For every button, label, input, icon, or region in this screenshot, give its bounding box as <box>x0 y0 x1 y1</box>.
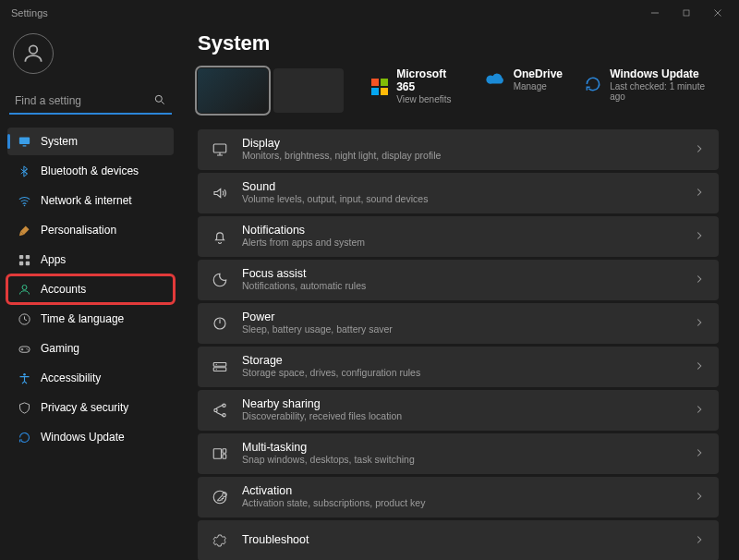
chevron-right-icon <box>693 359 706 375</box>
row-subtitle: Discoverability, received files location <box>242 411 680 422</box>
row-subtitle: Notifications, automatic rules <box>242 281 680 292</box>
troubleshoot-icon <box>211 532 229 549</box>
hero-link-microsoft-[interactable]: Microsoft 365View benefits <box>370 68 466 104</box>
row-title: Storage <box>242 355 680 368</box>
row-subtitle: Monitors, brightness, night light, displ… <box>242 151 680 162</box>
sidebar-item-network-internet[interactable]: Network & internet <box>7 187 174 214</box>
sidebar-item-accounts[interactable]: Accounts <box>7 275 174 303</box>
bell-icon <box>211 228 229 245</box>
update-icon <box>17 431 31 444</box>
settings-row-power[interactable]: PowerSleep, battery usage, battery saver <box>198 303 719 344</box>
row-title: Activation <box>242 485 680 498</box>
row-title: Nearby sharing <box>242 398 680 411</box>
hero-link-sub: Last checked: 1 minute ago <box>610 81 719 103</box>
focus-icon <box>211 272 229 288</box>
page-title: System <box>198 31 719 55</box>
sidebar-item-windows-update[interactable]: Windows Update <box>7 423 174 451</box>
row-subtitle: Sleep, battery usage, battery saver <box>242 324 680 335</box>
share-icon <box>211 402 229 419</box>
onedrive-icon <box>486 68 506 91</box>
person-icon <box>17 283 31 297</box>
row-title: Troubleshoot <box>242 534 680 547</box>
search-input[interactable] <box>15 94 153 107</box>
minimize-button[interactable] <box>639 0 671 26</box>
chevron-right-icon <box>693 490 706 505</box>
row-title: Multi-tasking <box>242 442 680 455</box>
hero-row: Microsoft 365View benefitsOneDriveManage… <box>198 68 719 113</box>
brush-icon <box>17 224 31 237</box>
row-title: Power <box>242 311 680 324</box>
chevron-right-icon <box>693 533 706 549</box>
sound-icon <box>211 185 229 201</box>
search-icon <box>153 93 166 109</box>
chevron-right-icon <box>693 229 706 245</box>
sidebar-item-bluetooth-devices[interactable]: Bluetooth & devices <box>7 157 174 185</box>
settings-row-focus-assist[interactable]: Focus assistNotifications, automatic rul… <box>198 260 719 300</box>
row-subtitle: Activation state, subscriptions, product… <box>242 498 680 509</box>
settings-row-storage[interactable]: StorageStorage space, drives, configurat… <box>198 347 719 387</box>
desktop-preview[interactable] <box>273 68 344 113</box>
settings-row-nearby-sharing[interactable]: Nearby sharingDiscoverability, received … <box>198 390 719 431</box>
row-subtitle: Volume levels, output, input, sound devi… <box>242 194 680 205</box>
settings-row-multi-tasking[interactable]: Multi-taskingSnap windows, desktops, tas… <box>198 433 719 474</box>
sidebar-item-label: Windows Update <box>41 431 125 444</box>
maximize-button[interactable] <box>671 0 702 26</box>
sidebar-item-label: Accounts <box>41 283 86 296</box>
sidebar-item-system[interactable]: System <box>7 128 174 155</box>
sidebar-item-label: Personalisation <box>41 224 116 237</box>
chevron-right-icon <box>693 316 706 332</box>
hero-link-title: Microsoft 365 <box>396 68 465 94</box>
sidebar-item-personalisation[interactable]: Personalisation <box>7 216 174 244</box>
wifi-icon <box>17 194 31 208</box>
hero-link-sub: Manage <box>514 81 563 92</box>
hero-link-title: Windows Update <box>610 68 719 81</box>
row-title: Sound <box>242 181 680 194</box>
settings-row-display[interactable]: DisplayMonitors, brightness, night light… <box>198 129 719 170</box>
settings-row-notifications[interactable]: NotificationsAlerts from apps and system <box>198 216 719 257</box>
sidebar-item-label: Privacy & security <box>41 401 128 414</box>
activation-icon <box>211 489 229 505</box>
settings-row-troubleshoot[interactable]: Troubleshoot <box>198 520 719 560</box>
close-button[interactable] <box>702 0 733 26</box>
bluetooth-icon <box>17 164 31 178</box>
chevron-right-icon <box>693 186 706 201</box>
settings-row-sound[interactable]: SoundVolume levels, output, input, sound… <box>198 173 719 213</box>
clock-icon <box>17 312 31 326</box>
sidebar-item-label: Network & internet <box>41 194 132 207</box>
row-title: Display <box>242 138 680 151</box>
accessibility-icon <box>17 371 31 385</box>
update-icon <box>584 75 602 96</box>
sidebar-item-gaming[interactable]: Gaming <box>7 335 174 362</box>
avatar[interactable] <box>13 33 54 74</box>
sidebar-item-label: Time & language <box>41 312 124 325</box>
row-title: Focus assist <box>242 268 680 281</box>
hero-link-onedrive[interactable]: OneDriveManage <box>486 68 563 91</box>
main-content: System Microsoft 365View benefitsOneDriv… <box>181 26 739 560</box>
hero-link-sub: View benefits <box>396 94 465 105</box>
sidebar-item-apps[interactable]: Apps <box>7 246 174 274</box>
ms365-icon <box>371 79 388 95</box>
sidebar-item-label: Gaming <box>41 342 79 355</box>
storage-icon <box>211 359 229 375</box>
monitor-icon <box>17 135 31 149</box>
search-box[interactable] <box>9 89 172 115</box>
sidebar-item-label: System <box>41 135 78 148</box>
hero-link-windows-update[interactable]: Windows UpdateLast checked: 1 minute ago <box>583 68 719 103</box>
titlebar: Settings <box>0 0 739 26</box>
settings-row-activation[interactable]: ActivationActivation state, subscription… <box>198 477 719 517</box>
power-icon <box>211 315 229 332</box>
sidebar-item-label: Accessibility <box>41 371 101 384</box>
multitask-icon <box>211 445 229 462</box>
display-icon <box>211 141 229 158</box>
sidebar-item-privacy-security[interactable]: Privacy & security <box>7 394 174 421</box>
row-subtitle: Storage space, drives, configuration rul… <box>242 368 680 379</box>
chevron-right-icon <box>693 273 706 288</box>
row-subtitle: Alerts from apps and system <box>242 237 680 249</box>
sidebar-item-accessibility[interactable]: Accessibility <box>7 364 174 392</box>
chevron-right-icon <box>693 142 706 158</box>
sidebar-item-label: Bluetooth & devices <box>41 164 139 177</box>
sidebar: SystemBluetooth & devicesNetwork & inter… <box>0 26 181 560</box>
shield-icon <box>17 401 31 415</box>
sidebar-item-time-language[interactable]: Time & language <box>7 305 174 333</box>
desktop-preview-selected[interactable] <box>198 68 268 113</box>
